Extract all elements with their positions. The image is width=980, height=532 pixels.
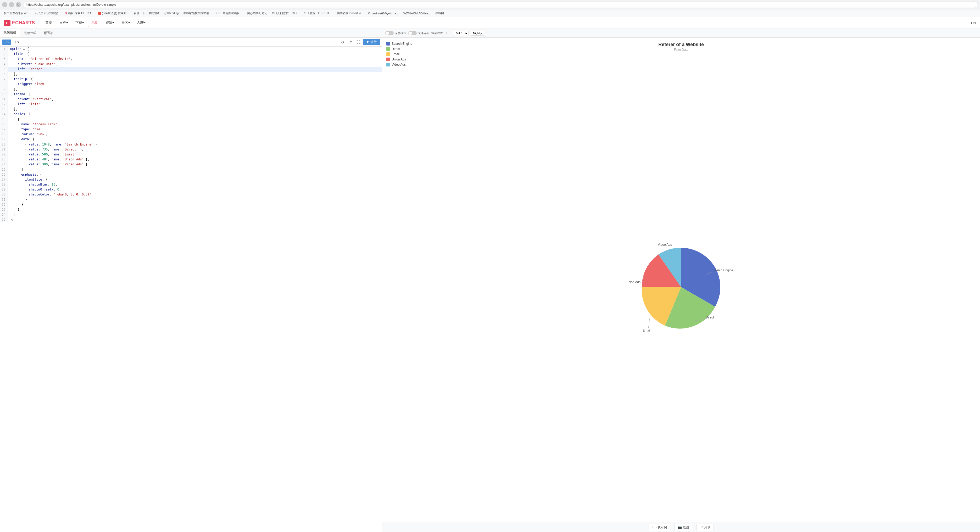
bookmark-item[interactable]: ⚙ positive666/yolo_re...: [366, 11, 400, 16]
legend-label-direct: Direct: [391, 47, 400, 51]
label-direct: Direct: [706, 316, 714, 319]
tab-config[interactable]: 配置项: [40, 29, 57, 37]
no-animation-label: 无缝碎花: [418, 31, 429, 35]
code-line-4: 4 subtext: 'Fake Data',: [0, 62, 382, 67]
url-bar[interactable]: https://echarts.apache.org/examples/zh/e…: [23, 2, 978, 8]
code-line-9: 9 },: [0, 87, 382, 92]
legend-direct: Direct: [387, 47, 412, 51]
code-line-6: 6 },: [0, 72, 382, 77]
editor-container: 代码编辑 完整代码 配置项 JS TS ⚙ ≡ ⛶ ▶ 运行 1 option …: [0, 29, 980, 532]
tab-full-code[interactable]: 完整代码: [20, 29, 40, 37]
browser-bar: ← → ↻ https://echarts.apache.org/example…: [0, 0, 980, 10]
bookmark-item[interactable]: 3 (364条消息) 快速带...: [97, 11, 130, 16]
nav-examples[interactable]: 示例: [88, 19, 101, 27]
bookmark-item[interactable]: G 项目·探索·GIT CO...: [64, 11, 95, 16]
bookmark-item[interactable]: 讯飞星火认知模型...: [33, 11, 62, 16]
bookmark-item[interactable]: STL教程：C++ STL...: [302, 11, 334, 16]
bookmark-item[interactable]: 百度一下，你就知道: [132, 11, 161, 16]
settings-icon-btn[interactable]: ⚙: [340, 39, 346, 45]
nav-download[interactable]: 下载▾: [72, 19, 87, 27]
forward-btn[interactable]: →: [9, 2, 14, 7]
code-panel: 代码编辑 完整代码 配置项 JS TS ⚙ ≡ ⛶ ▶ 运行 1 option …: [0, 29, 382, 532]
legend-color-search-engine: [387, 42, 390, 46]
lang-tabs: JS TS ⚙ ≡ ⛶ ▶ 运行: [0, 38, 382, 46]
code-line-16: 16 name: 'Access From',: [0, 122, 382, 127]
no-animation-switch[interactable]: [408, 31, 417, 35]
bottom-toolbar: ↓ 下载示例 📷 截图 ↗ 分享: [382, 522, 980, 532]
code-line-10: 10 legend: {: [0, 92, 382, 97]
code-line-31: 31 }: [0, 197, 382, 202]
bookmark-item[interactable]: 极市开发者平台-计...: [2, 11, 32, 16]
code-line-1: 1 option = {: [0, 46, 382, 52]
bookmark-item[interactable]: WZMIAOMIAO/dee...: [402, 11, 432, 16]
code-line-14: 14 series: [: [0, 112, 382, 117]
version-select[interactable]: 5.4.3 5.4.2: [453, 31, 469, 36]
tab-js[interactable]: JS: [2, 40, 11, 45]
refresh-btn[interactable]: ↻: [16, 2, 21, 7]
download-button[interactable]: ↓ 下载示例: [649, 524, 670, 531]
pie-chart-container: Search Engine Direct Email Union Ads Vid…: [382, 52, 980, 522]
url-text: https://echarts.apache.org/examples/zh/e…: [26, 3, 116, 6]
label-email: Email: [643, 329, 651, 332]
bookmark-item[interactable]: C++ 高薪面试项目...: [215, 11, 244, 16]
run-button[interactable]: ▶ 运行: [363, 39, 380, 45]
nav-resources[interactable]: 资源▾: [102, 19, 117, 27]
code-line-30: 30 shadowColor: 'rgba(0, 0, 0, 0.5)': [0, 192, 382, 197]
nav-community[interactable]: 社区▾: [118, 19, 133, 27]
preview-panel: 深色模式 无缝碎花 渲染设置 ⓘ 5.4.3 5.4.2 Nightly: [382, 29, 980, 532]
bookmark-item[interactable]: 小林coding: [163, 11, 180, 16]
chart-area: Search Engine Direct Email Union Ads Vid…: [382, 38, 980, 532]
preview-toolbar: 深色模式 无缝碎花 渲染设置 ⓘ 5.4.3 5.4.2 Nightly: [382, 29, 980, 38]
label-line-email: [648, 318, 650, 329]
nav-home[interactable]: 首页: [42, 19, 55, 27]
chart-title: Referer of a Website: [382, 42, 980, 48]
browser-controls: ← → ↻: [2, 2, 21, 7]
bookmark-item[interactable]: C++入门教程，C++...: [270, 11, 301, 16]
no-animation-toggle[interactable]: 无缝碎花: [408, 31, 429, 35]
nav-asf[interactable]: ASF▾: [134, 19, 149, 27]
back-btn[interactable]: ←: [2, 2, 7, 7]
legend-color-direct: [387, 47, 390, 51]
nav-docs[interactable]: 文档▾: [56, 19, 71, 27]
code-line-12: 12 left: 'left': [0, 102, 382, 107]
code-line-22: 22 { value: 580, name: 'Email' },: [0, 152, 382, 157]
code-line-2: 2 title: {: [0, 52, 382, 57]
format-icon-btn[interactable]: ≡: [348, 39, 354, 45]
fullscreen-icon-btn[interactable]: ⛶: [355, 39, 362, 45]
bookmarks-bar: 极市开发者平台-计... 讯飞星火认知模型... G 项目·探索·GIT CO.…: [0, 10, 980, 17]
code-line-28: 28 shadowBlur: 10,: [0, 182, 382, 187]
nav-items: 首页 文档▾ 下载▾ 示例 资源▾ 社区▾ ASF▾: [42, 19, 149, 27]
bookmark-item[interactable]: 牛客帮领校招控中刷...: [181, 11, 213, 16]
legend-search-engine: Search Engine: [387, 42, 412, 46]
code-line-20: 20 { value: 1048, name: 'Search Engine' …: [0, 142, 382, 147]
code-line-3: 3 text: 'Referer of a Website',: [0, 57, 382, 62]
pie-chart-svg: Search Engine Direct Email Union Ads Vid…: [629, 235, 733, 340]
echarts-logo: E ECHARTS: [4, 20, 35, 26]
code-line-33: 33 }: [0, 207, 382, 212]
render-settings-toggle[interactable]: 渲染设置 ⓘ: [431, 31, 447, 35]
logo-icon: E: [4, 20, 11, 26]
code-line-13: 13 },: [0, 107, 382, 112]
echarts-nav: E ECHARTS 首页 文档▾ 下载▾ 示例 资源▾ 社区▾ ASF▾ EN: [0, 17, 980, 29]
label-video-ads: Video Ads: [658, 243, 672, 246]
dark-mode-switch[interactable]: [385, 31, 394, 35]
screenshot-button[interactable]: 📷 截图: [675, 524, 692, 531]
code-line-18: 18 radius: '50%',: [0, 132, 382, 137]
tab-ts[interactable]: TS: [12, 40, 21, 45]
dark-mode-toggle[interactable]: 深色模式: [385, 31, 406, 35]
bookmark-item[interactable]: 牛客网: [434, 11, 445, 16]
bookmark-item[interactable]: 阿苏的学习笔记: [245, 11, 269, 16]
tab-code-edit[interactable]: 代码编辑: [0, 29, 20, 37]
code-line-26: 26 emphasis: {: [0, 172, 382, 177]
share-button[interactable]: ↗ 分享: [697, 524, 714, 531]
code-line-15: 15 {: [0, 117, 382, 122]
code-line-35: 35 };: [0, 217, 382, 222]
chart-title-area: Referer of a Website Fake Data: [382, 38, 980, 52]
switch-knob: [386, 32, 389, 35]
bookmark-item[interactable]: 初学者的TensorFlo...: [335, 11, 365, 16]
toolbar-divider: [450, 31, 450, 36]
nightly-button[interactable]: Nightly: [471, 31, 484, 36]
lang-switcher[interactable]: EN: [971, 21, 976, 25]
code-line-5: 5 left: 'center': [0, 67, 382, 72]
code-line-19: 19 data: [: [0, 137, 382, 142]
